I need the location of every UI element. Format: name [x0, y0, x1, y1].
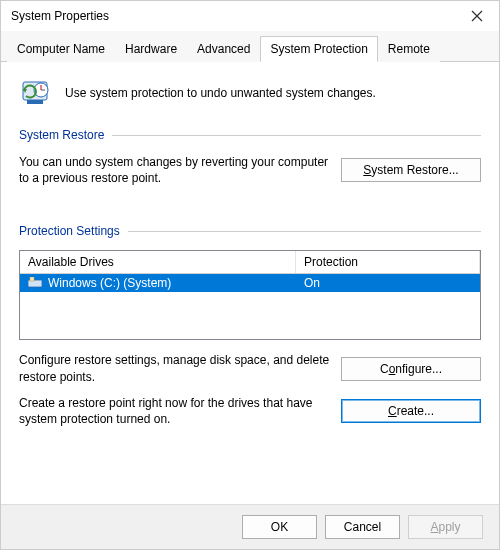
tab-bar: Computer Name Hardware Advanced System P…: [1, 31, 499, 62]
drive-name: Windows (C:) (System): [48, 276, 171, 290]
tab-computer-name[interactable]: Computer Name: [7, 36, 115, 62]
close-icon: [471, 10, 483, 22]
create-text: Create a restore point right now for the…: [19, 395, 331, 427]
intro-text: Use system protection to undo unwanted s…: [65, 86, 376, 100]
titlebar: System Properties: [1, 1, 499, 31]
drives-header: Available Drives Protection: [20, 251, 480, 274]
system-properties-window: System Properties Computer Name Hardware…: [0, 0, 500, 550]
tab-advanced[interactable]: Advanced: [187, 36, 260, 62]
apply-button: Apply: [408, 515, 483, 539]
tab-hardware[interactable]: Hardware: [115, 36, 187, 62]
window-title: System Properties: [11, 9, 109, 23]
close-button[interactable]: [455, 1, 499, 31]
cancel-button[interactable]: Cancel: [325, 515, 400, 539]
protection-settings-heading: Protection Settings: [19, 224, 120, 238]
divider: [128, 231, 481, 232]
drives-list[interactable]: Available Drives Protection Windows (C:)…: [19, 250, 481, 340]
system-restore-group: System Restore You can undo system chang…: [19, 128, 481, 186]
drive-icon: [28, 277, 44, 289]
svg-rect-3: [27, 100, 43, 104]
tab-content: Use system protection to undo unwanted s…: [1, 62, 499, 504]
create-button[interactable]: Create...: [341, 399, 481, 423]
tab-system-protection[interactable]: System Protection: [260, 36, 377, 62]
configure-text: Configure restore settings, manage disk …: [19, 352, 331, 384]
system-protection-icon: [19, 76, 53, 110]
column-header-protection[interactable]: Protection: [296, 251, 480, 273]
group-heading: System Restore: [19, 128, 481, 142]
system-restore-button[interactable]: System Restore...: [341, 158, 481, 182]
group-heading: Protection Settings: [19, 224, 481, 238]
configure-button[interactable]: Configure...: [341, 357, 481, 381]
tab-remote[interactable]: Remote: [378, 36, 440, 62]
divider: [112, 135, 481, 136]
svg-rect-9: [30, 277, 34, 281]
intro-row: Use system protection to undo unwanted s…: [19, 76, 481, 110]
column-header-drives[interactable]: Available Drives: [20, 251, 296, 273]
drive-row[interactable]: Windows (C:) (System) On: [20, 274, 480, 292]
drive-protection-value: On: [296, 276, 480, 290]
ok-button[interactable]: OK: [242, 515, 317, 539]
dialog-footer: OK Cancel Apply: [1, 504, 499, 549]
system-restore-heading: System Restore: [19, 128, 104, 142]
protection-settings-group: Protection Settings Available Drives Pro…: [19, 224, 481, 427]
system-restore-text: You can undo system changes by reverting…: [19, 154, 331, 186]
